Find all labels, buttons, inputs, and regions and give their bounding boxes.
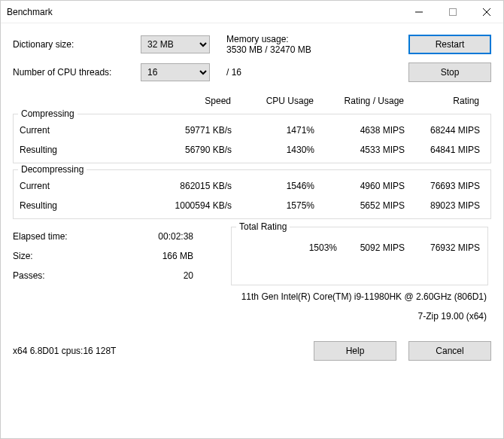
cell-rating: 64841 MIPS <box>405 145 483 155</box>
cell-rating-usage: 4638 MIPS <box>314 125 405 136</box>
total-cpu: 1503% <box>277 242 337 253</box>
row-label: Current <box>14 181 119 191</box>
memory-usage-value: 3530 MB / 32470 MB <box>226 44 408 55</box>
memory-usage-label: Memory usage: <box>226 34 408 44</box>
passes-label: Passes: <box>13 270 118 281</box>
close-button[interactable] <box>469 1 503 23</box>
col-rating: Rating <box>404 96 482 106</box>
cell-rating: 89023 MIPS <box>405 200 483 211</box>
window-title: Benchmark <box>7 7 402 17</box>
size-label: Size: <box>13 251 118 261</box>
cell-speed: 56790 KB/s <box>119 145 232 155</box>
compressing-label: Compressing <box>18 108 77 119</box>
results-header: Speed CPU Usage Rating / Usage Rating <box>13 91 491 111</box>
help-button[interactable]: Help <box>314 341 396 361</box>
decompressing-group: Decompressing Current 862015 KB/s 1546% … <box>13 169 491 219</box>
cell-cpu: 1471% <box>232 125 314 136</box>
elapsed-label: Elapsed time: <box>13 231 118 242</box>
passes-value: 20 <box>118 270 193 281</box>
cell-rating: 68244 MIPS <box>405 125 483 136</box>
svg-rect-1 <box>449 8 456 15</box>
cell-rating-usage: 5652 MIPS <box>314 200 405 211</box>
cell-rating-usage: 4533 MIPS <box>314 145 405 155</box>
cell-speed: 862015 KB/s <box>119 181 232 191</box>
row-label: Resulting <box>14 200 119 211</box>
cell-cpu: 1546% <box>232 181 314 191</box>
threads-select[interactable]: 16 <box>141 63 210 81</box>
dictionary-size-select[interactable]: 32 MB <box>141 35 210 53</box>
minimize-button[interactable] <box>402 1 436 23</box>
cell-rating: 76693 MIPS <box>405 181 483 191</box>
threads-label: Number of CPU threads: <box>13 67 141 78</box>
cell-speed: 1000594 KB/s <box>119 200 232 211</box>
elapsed-value: 00:02:38 <box>118 231 193 242</box>
row-label: Current <box>14 125 119 136</box>
total-rating: 76932 MIPS <box>405 242 483 253</box>
build-info: x64 6.8D01 cpus:16 128T <box>13 346 302 356</box>
decompressing-label: Decompressing <box>18 164 87 175</box>
threads-max: / 16 <box>216 67 408 78</box>
total-rating-usage: 5092 MIPS <box>337 242 405 253</box>
col-rating-usage: Rating / Usage <box>314 96 404 106</box>
col-cpu-usage: CPU Usage <box>231 96 314 106</box>
app-info: 7-Zip 19.00 (x64) <box>13 311 487 326</box>
table-row: Current 59771 KB/s 1471% 4638 MIPS 68244… <box>14 120 490 140</box>
col-speed: Speed <box>118 96 231 106</box>
cell-cpu: 1430% <box>232 145 314 155</box>
stop-button[interactable]: Stop <box>408 62 491 82</box>
total-rating-label: Total Rating <box>236 221 290 232</box>
table-row: Resulting 1000594 KB/s 1575% 5652 MIPS 8… <box>14 196 490 215</box>
table-row: Resulting 56790 KB/s 1430% 4533 MIPS 648… <box>14 140 490 160</box>
cell-speed: 59771 KB/s <box>119 125 232 136</box>
dictionary-size-label: Dictionary size: <box>13 39 141 50</box>
size-value: 166 MB <box>118 251 193 261</box>
titlebar: Benchmark <box>1 1 503 23</box>
total-rating-group: Total Rating 1503% 5092 MIPS 76932 MIPS <box>231 227 488 285</box>
cell-rating-usage: 4960 MIPS <box>314 181 405 191</box>
table-row: Current 862015 KB/s 1546% 4960 MIPS 7669… <box>14 176 490 196</box>
compressing-group: Compressing Current 59771 KB/s 1471% 463… <box>13 114 491 163</box>
restart-button[interactable]: Restart <box>408 35 491 54</box>
cell-cpu: 1575% <box>232 200 314 211</box>
row-label: Resulting <box>14 145 119 155</box>
cpu-info: 11th Gen Intel(R) Core(TM) i9-11980HK @ … <box>13 291 487 306</box>
cancel-button[interactable]: Cancel <box>408 341 491 361</box>
maximize-button[interactable] <box>436 1 469 23</box>
